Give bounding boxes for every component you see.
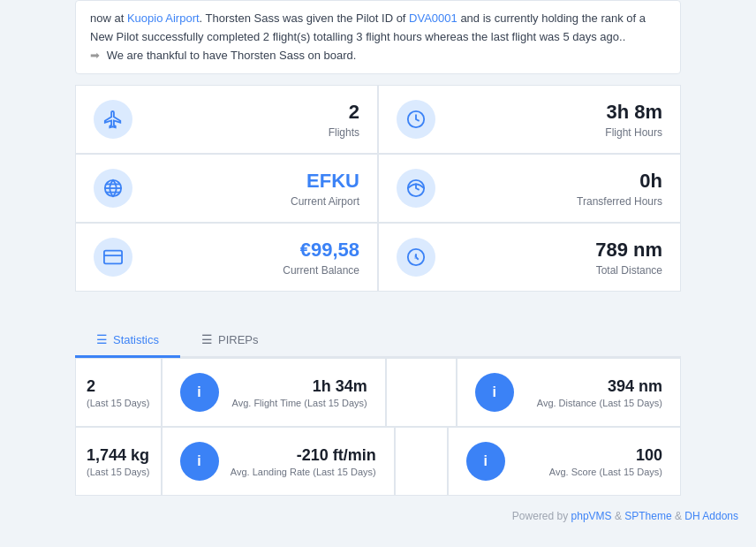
- bottom-left-2: 1,744 kg (Last 15 Days): [75, 427, 162, 496]
- tab-statistics[interactable]: ☰ Statistics: [75, 323, 180, 358]
- arrow-icon: ➡: [90, 49, 100, 62]
- avg-landing-rate-card: i -210 ft/min Avg. Landing Rate (Last 15…: [162, 427, 395, 496]
- avg-distance-value: 394 nm: [514, 377, 662, 397]
- total-distance-card: i 789 nm Total Distance: [378, 223, 681, 292]
- current-airport-value: EFKU: [132, 170, 359, 193]
- current-airport-icon: [94, 169, 132, 208]
- flight-hours-card: 3h 8m Flight Hours: [378, 85, 681, 154]
- info-text-card: now at Kuopio Airport. Thorsten Sass was…: [75, 0, 681, 74]
- avg-flight-time-label: Avg. Flight Time (Last 15 Days): [219, 398, 367, 408]
- svg-rect-6: [104, 251, 122, 264]
- current-balance-content: €99,58 Current Balance: [132, 239, 359, 276]
- statistics-tab-icon: ☰: [96, 332, 108, 346]
- avg-score-label: Avg. Score (Last 15 Days): [505, 467, 662, 477]
- total-distance-label: Total Distance: [435, 264, 662, 277]
- transferred-hours-value: 0h: [435, 170, 662, 193]
- divider: [0, 292, 756, 306]
- sptheme-link[interactable]: SPTheme: [624, 510, 671, 522]
- bottom-stats-grid-2: 1,744 kg (Last 15 Days) i -210 ft/min Av…: [75, 427, 681, 496]
- dhaddons-link[interactable]: DH Addons: [684, 510, 738, 522]
- flights-value: 2: [132, 101, 359, 124]
- flights-content: 2 Flights: [132, 101, 359, 138]
- current-airport-card: EFKU Current Airport: [75, 154, 378, 223]
- footer-sep-2: &: [672, 510, 685, 522]
- transferred-hours-icon: [397, 169, 435, 208]
- current-balance-label: Current Balance: [132, 264, 359, 277]
- tab-pireps[interactable]: ☰ PIREPs: [180, 323, 280, 358]
- bottom-left-1-value: 2: [87, 377, 150, 397]
- page-wrapper: now at Kuopio Airport. Thorsten Sass was…: [0, 0, 756, 547]
- flight-hours-value: 3h 8m: [435, 101, 662, 124]
- footer-sep-1: &: [612, 510, 625, 522]
- avg-flight-time-value: 1h 34m: [219, 377, 367, 397]
- avg-landing-rate-value: -210 ft/min: [219, 446, 376, 466]
- flights-icon: [94, 100, 132, 139]
- current-balance-card: €99,58 Current Balance: [75, 223, 378, 292]
- current-balance-icon: [94, 238, 132, 277]
- footer: Powered by phpVMS & SPTheme & DH Addons: [0, 496, 756, 529]
- flight-hours-content: 3h 8m Flight Hours: [435, 101, 662, 138]
- avg-score-card: i 100 Avg. Score (Last 15 Days): [448, 427, 681, 496]
- powered-by-text: Powered by: [512, 510, 571, 522]
- bottom-left-2-value: 1,744 kg: [87, 446, 150, 466]
- total-distance-icon: i: [397, 238, 435, 277]
- avg-landing-rate-icon: i: [180, 442, 219, 481]
- avg-distance-label: Avg. Distance (Last 15 Days): [514, 398, 662, 408]
- current-airport-label: Current Airport: [132, 195, 359, 208]
- bottom-left-1: 2 (Last 15 Days): [75, 358, 162, 427]
- current-airport-content: EFKU Current Airport: [132, 170, 359, 207]
- avg-score-icon: i: [466, 442, 505, 481]
- avg-flight-time-icon: i: [180, 373, 219, 412]
- flight-hours-label: Flight Hours: [435, 126, 662, 139]
- transferred-hours-label: Transferred Hours: [435, 195, 662, 208]
- svg-line-10: [416, 257, 419, 260]
- transferred-hours-content: 0h Transferred Hours: [435, 170, 662, 207]
- flights-label: Flights: [132, 126, 359, 139]
- avg-landing-rate-label: Avg. Landing Rate (Last 15 Days): [219, 467, 376, 477]
- avg-distance-card: i 394 nm Avg. Distance (Last 15 Days): [457, 358, 681, 427]
- bottom-spacer-2: [395, 427, 448, 496]
- thankful-text: ➡ We are thankful to have Thorsten Sass …: [90, 47, 666, 65]
- pireps-tab-icon: ☰: [201, 332, 213, 346]
- info-text: now at Kuopio Airport. Thorsten Sass was…: [90, 11, 646, 43]
- bottom-left-2-label: (Last 15 Days): [87, 467, 150, 477]
- current-balance-value: €99,58: [132, 239, 359, 262]
- avg-distance-icon: i: [475, 373, 514, 412]
- total-distance-content: 789 nm Total Distance: [435, 239, 662, 276]
- bottom-right-1: [386, 358, 457, 427]
- stats-grid: 2 Flights 3h 8m Flight Hours: [75, 85, 681, 292]
- flight-hours-icon: [397, 100, 435, 139]
- phpvms-link[interactable]: phpVMS: [571, 510, 612, 522]
- avg-score-value: 100: [505, 446, 662, 466]
- bottom-left-1-label: (Last 15 Days): [87, 398, 150, 408]
- bottom-stats-grid: 2 (Last 15 Days) i 1h 34m Avg. Flight Ti…: [75, 358, 681, 427]
- total-distance-value: 789 nm: [435, 239, 662, 262]
- flights-card: 2 Flights: [75, 85, 378, 154]
- transferred-hours-card: 0h Transferred Hours: [378, 154, 681, 223]
- avg-flight-time-card: i 1h 34m Avg. Flight Time (Last 15 Days): [162, 358, 386, 427]
- tabs-section: ☰ Statistics ☰ PIREPs: [75, 323, 681, 358]
